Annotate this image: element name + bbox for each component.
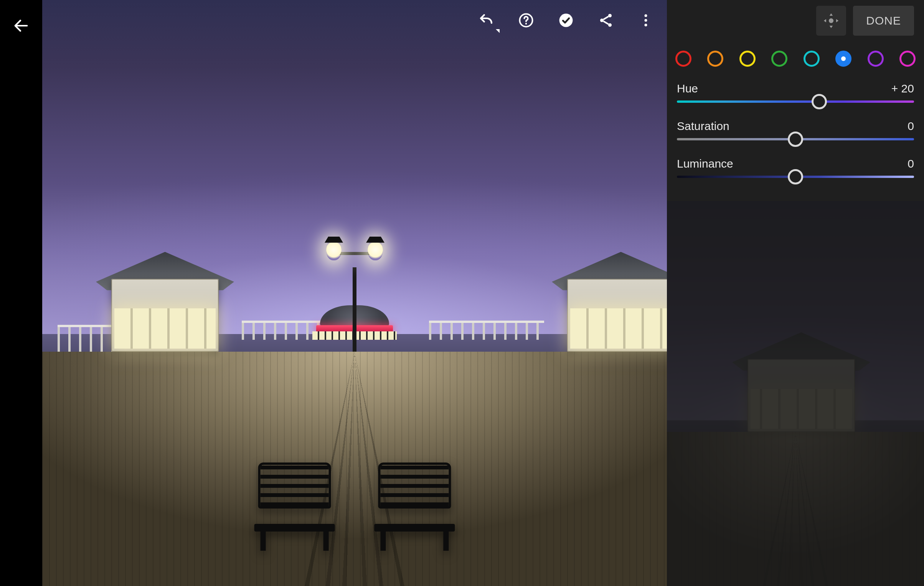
luminance-slider-knob[interactable]	[788, 169, 803, 184]
photo-kiosk	[96, 252, 234, 352]
photo-boardwalk	[42, 352, 667, 586]
color-swatch-row	[667, 41, 924, 82]
hue-value: + 20	[891, 82, 914, 95]
help-button[interactable]	[516, 11, 536, 30]
share-icon	[598, 12, 614, 28]
back-arrow-icon	[12, 17, 30, 35]
edit-panel: DONE Hue + 20 Saturation 0	[667, 0, 924, 586]
saturation-slider-row: Saturation 0	[677, 120, 914, 140]
check-circle-icon	[558, 12, 574, 28]
share-button[interactable]	[596, 11, 615, 30]
color-swatch-blue[interactable]	[835, 51, 851, 67]
saturation-value: 0	[908, 120, 914, 133]
confirm-button[interactable]	[556, 11, 576, 30]
color-swatch-red[interactable]	[675, 51, 691, 67]
photo-bench	[251, 459, 339, 551]
undo-submenu-indicator-icon	[496, 29, 500, 33]
hue-slider-row: Hue + 20	[677, 82, 914, 103]
photo-kiosk	[552, 252, 667, 352]
color-swatch-green[interactable]	[771, 51, 787, 67]
back-button[interactable]	[12, 17, 30, 36]
panel-lower-region	[667, 201, 924, 586]
luminance-slider[interactable]	[677, 176, 914, 178]
panel-header: DONE	[667, 0, 924, 41]
swatch-selected-dot-icon	[841, 56, 846, 61]
hue-slider[interactable]	[677, 100, 914, 103]
top-action-bar	[477, 11, 655, 30]
svg-point-1	[525, 23, 527, 25]
image-canvas[interactable]	[42, 0, 667, 586]
svg-point-3	[608, 14, 612, 17]
undo-button[interactable]	[477, 11, 496, 30]
color-swatch-magenta[interactable]	[899, 51, 916, 67]
luminance-slider-row: Luminance 0	[677, 157, 914, 178]
color-swatch-purple[interactable]	[868, 51, 884, 67]
saturation-slider-knob[interactable]	[788, 132, 803, 147]
undo-icon	[478, 12, 494, 28]
color-swatch-orange[interactable]	[707, 51, 723, 67]
hue-label: Hue	[677, 82, 698, 95]
panel-ghost-preview	[667, 201, 924, 586]
more-button[interactable]	[636, 11, 655, 30]
photo-preview	[42, 0, 667, 586]
color-swatch-aqua[interactable]	[804, 51, 820, 67]
done-button[interactable]: DONE	[853, 6, 914, 36]
svg-point-6	[645, 14, 647, 17]
luminance-label: Luminance	[677, 157, 733, 170]
svg-point-4	[600, 18, 604, 22]
photo-bench	[370, 459, 459, 551]
left-strip	[0, 0, 42, 586]
saturation-label: Saturation	[677, 120, 729, 133]
help-icon	[518, 12, 534, 28]
move-icon	[822, 12, 840, 30]
luminance-value: 0	[908, 157, 914, 170]
done-label: DONE	[866, 14, 901, 27]
move-panel-button[interactable]	[816, 6, 846, 36]
svg-point-7	[645, 19, 647, 22]
hue-slider-knob[interactable]	[812, 94, 827, 109]
photo-lamppost	[324, 237, 385, 352]
more-vertical-icon	[638, 12, 654, 28]
saturation-slider[interactable]	[677, 138, 914, 140]
svg-point-8	[645, 24, 647, 26]
svg-point-5	[608, 23, 612, 27]
app-root: DONE Hue + 20 Saturation 0	[0, 0, 924, 586]
sliders-group: Hue + 20 Saturation 0 Luminance	[667, 82, 924, 178]
photo-railing	[429, 321, 544, 340]
svg-point-9	[829, 18, 833, 23]
color-swatch-yellow[interactable]	[739, 51, 756, 67]
